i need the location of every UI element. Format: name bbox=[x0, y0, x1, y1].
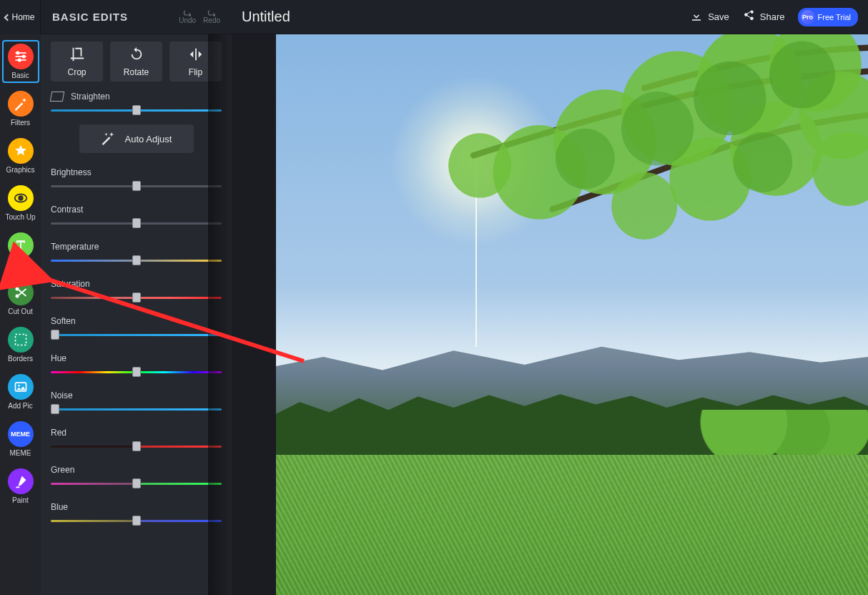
share-button[interactable]: Share bbox=[742, 9, 785, 24]
flip-label: Flip bbox=[189, 67, 202, 77]
slider-thumb[interactable] bbox=[132, 218, 141, 228]
slider-contrast[interactable] bbox=[51, 219, 222, 227]
rail-item-filters[interactable]: Filters bbox=[2, 87, 39, 130]
slider-label-red: Red bbox=[51, 428, 222, 438]
tool-rail: BasicFiltersGraphicsTouch UpTextCut OutB… bbox=[0, 34, 41, 595]
paint-icon bbox=[8, 468, 34, 494]
share-label: Share bbox=[760, 11, 785, 22]
rail-item-cutout[interactable]: Cut Out bbox=[2, 276, 39, 319]
rail-label: Touch Up bbox=[5, 213, 35, 221]
slider-thumb[interactable] bbox=[132, 367, 141, 377]
rail-label: Text bbox=[14, 260, 26, 268]
pro-text: Free Trial bbox=[818, 13, 851, 21]
panel-header: BASIC EDITS Undo Redo bbox=[41, 0, 232, 34]
redo-icon bbox=[206, 9, 217, 16]
rail-item-touchup[interactable]: Touch Up bbox=[2, 182, 39, 225]
slider-noise[interactable] bbox=[51, 405, 222, 413]
undo-button[interactable]: Undo bbox=[179, 9, 196, 24]
slider-thumb[interactable] bbox=[132, 441, 141, 451]
meme-icon: MEME bbox=[8, 421, 34, 447]
addpic-icon bbox=[8, 374, 34, 400]
download-icon bbox=[690, 9, 703, 24]
rail-item-paint[interactable]: Paint bbox=[2, 465, 39, 508]
rail-item-addpic[interactable]: Add Pic bbox=[2, 370, 39, 413]
text-icon bbox=[8, 232, 34, 258]
slider-label-noise: Noise bbox=[51, 390, 222, 400]
undo-label: Undo bbox=[179, 16, 196, 24]
slider-red[interactable] bbox=[51, 442, 222, 451]
rail-item-text[interactable]: Text bbox=[2, 229, 39, 272]
rail-item-meme[interactable]: MEMEMEME bbox=[2, 418, 39, 461]
home-label: Home bbox=[11, 12, 34, 22]
slider-label-soften: Soften bbox=[51, 316, 222, 326]
chevron-left-icon bbox=[4, 14, 11, 21]
borders-icon bbox=[8, 327, 34, 353]
canvas-image bbox=[276, 34, 868, 595]
slider-thumb[interactable] bbox=[132, 105, 141, 115]
rail-item-basic[interactable]: Basic bbox=[2, 40, 39, 83]
svg-rect-10 bbox=[15, 335, 26, 345]
canvas-area[interactable] bbox=[232, 34, 868, 595]
slider-label-green: Green bbox=[51, 465, 222, 475]
rail-label: Filters bbox=[11, 119, 30, 127]
slider-green[interactable] bbox=[51, 479, 222, 488]
slider-brightness[interactable] bbox=[51, 182, 222, 190]
slider-label-saturation: Saturation bbox=[51, 279, 222, 289]
slider-thumb[interactable] bbox=[132, 516, 141, 526]
cutout-icon bbox=[8, 280, 34, 305]
straighten-icon bbox=[50, 92, 64, 102]
home-button[interactable]: Home bbox=[0, 0, 41, 34]
slider-thumb[interactable] bbox=[51, 330, 59, 340]
slider-thumb[interactable] bbox=[132, 181, 141, 191]
share-icon bbox=[742, 9, 755, 24]
crop-button[interactable]: Crop bbox=[51, 41, 103, 82]
rotate-icon bbox=[129, 46, 144, 64]
rotate-label: Rotate bbox=[124, 67, 149, 77]
slider-label-temperature: Temperature bbox=[51, 242, 222, 252]
crop-label: Crop bbox=[67, 67, 86, 77]
flip-icon bbox=[188, 46, 204, 64]
document-title[interactable]: Untitled bbox=[242, 9, 290, 25]
wand-icon bbox=[101, 131, 115, 147]
pro-badge-icon: Pro bbox=[801, 10, 815, 24]
edit-panel: Crop Rotate Flip Straighten Auto Adjust bbox=[41, 34, 232, 595]
crop-icon bbox=[69, 46, 85, 64]
slider-thumb[interactable] bbox=[132, 292, 141, 303]
basic-icon bbox=[8, 44, 34, 69]
filters-icon bbox=[8, 91, 34, 117]
slider-label-brightness: Brightness bbox=[51, 167, 222, 177]
slider-label-contrast: Contrast bbox=[51, 205, 222, 215]
redo-button[interactable]: Redo bbox=[203, 9, 220, 24]
slider-blue[interactable] bbox=[51, 516, 222, 525]
slider-thumb[interactable] bbox=[132, 255, 141, 265]
svg-point-12 bbox=[18, 385, 20, 387]
rail-label: MEME bbox=[10, 449, 31, 457]
canvas-topbar: Untitled Save Share Pro Free Trial bbox=[232, 0, 868, 34]
rail-item-borders[interactable]: Borders bbox=[2, 323, 39, 366]
touchup-icon bbox=[8, 185, 34, 211]
slider-saturation[interactable] bbox=[51, 293, 222, 302]
save-label: Save bbox=[708, 11, 729, 22]
slider-thumb[interactable] bbox=[132, 478, 141, 488]
rotate-button[interactable]: Rotate bbox=[110, 41, 162, 82]
slider-hue[interactable] bbox=[51, 368, 222, 376]
undo-icon bbox=[182, 9, 193, 16]
rail-label: Borders bbox=[8, 355, 33, 363]
auto-adjust-button[interactable]: Auto Adjust bbox=[79, 124, 194, 153]
rail-label: Paint bbox=[12, 496, 29, 504]
rail-label: Add Pic bbox=[8, 402, 32, 410]
panel-title: BASIC EDITS bbox=[52, 11, 179, 23]
straighten-label: Straighten bbox=[71, 92, 110, 102]
slider-soften[interactable] bbox=[51, 330, 222, 339]
flip-button[interactable]: Flip bbox=[169, 41, 222, 82]
slider-label-blue: Blue bbox=[51, 502, 222, 512]
slider-thumb[interactable] bbox=[51, 404, 59, 414]
rail-item-graphics[interactable]: Graphics bbox=[2, 134, 39, 177]
slider-temperature[interactable] bbox=[51, 256, 222, 265]
rail-label: Basic bbox=[11, 72, 29, 79]
auto-adjust-label: Auto Adjust bbox=[125, 134, 172, 144]
pro-pill[interactable]: Pro Free Trial bbox=[798, 8, 858, 26]
rail-label: Graphics bbox=[6, 166, 34, 174]
save-button[interactable]: Save bbox=[690, 9, 729, 24]
slider-straighten[interactable] bbox=[51, 106, 222, 114]
